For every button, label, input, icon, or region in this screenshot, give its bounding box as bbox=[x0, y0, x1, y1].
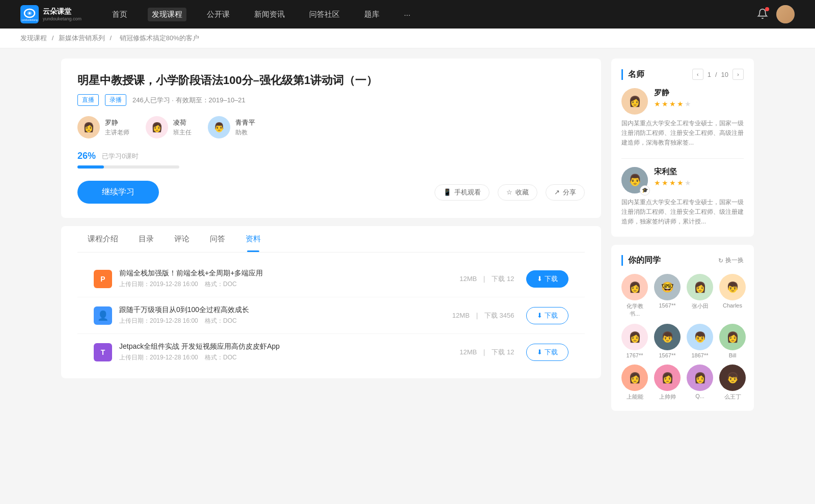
instructor-role-0: 主讲老师 bbox=[105, 128, 129, 137]
breadcrumb-sep-2: / bbox=[110, 34, 113, 42]
resource-item-0: P 前端全栈加强版！前端全栈+全周期+多端应用 上传日期：2019-12-28 … bbox=[77, 261, 585, 297]
classmate-avatar-6: 👦 bbox=[687, 324, 713, 350]
resource-meta-1: 上传日期：2019-12-28 16:00 格式：DOC bbox=[119, 317, 452, 325]
page-total: 10 bbox=[721, 71, 728, 78]
classmate-3: 👦 Charles bbox=[719, 274, 746, 318]
favorite-button[interactable]: ☆ 收藏 bbox=[498, 184, 537, 201]
nav-right bbox=[757, 5, 795, 23]
nav-item-quiz[interactable]: 题库 bbox=[360, 8, 384, 21]
continue-button[interactable]: 继续学习 bbox=[77, 181, 159, 204]
teacher-desc-0: 国内某重点大学安全工程专业硕士，国家一级注册消防工程师、注册安全工程师、高级注册… bbox=[621, 119, 744, 148]
resource-title-1: 跟随千万级项目从0到100全过程高效成长 bbox=[119, 305, 452, 315]
mobile-view-button[interactable]: 📱 手机观看 bbox=[434, 184, 490, 201]
nav-item-discover[interactable]: 发现课程 bbox=[148, 8, 186, 21]
tab-catalog[interactable]: 目录 bbox=[128, 226, 164, 252]
teacher-avatar-1: 👨 🎓 bbox=[621, 167, 648, 193]
instructor-role-1: 班主任 bbox=[173, 128, 192, 137]
notification-dot bbox=[765, 7, 769, 11]
classmate-name-2: 张小田 bbox=[692, 302, 709, 310]
classmates-card: 你的同学 ↻ 换一换 👩 化学教书... 🤓 1567** 👩 张小田 bbox=[611, 245, 754, 411]
classmate-name-3: Charles bbox=[723, 302, 742, 309]
resource-meta-2: 上传日期：2019-12-28 16:00 格式：DOC bbox=[119, 353, 459, 362]
classmate-avatar-2: 👩 bbox=[687, 274, 713, 300]
teachers-header: 名师 ‹ 1 / 10 › bbox=[621, 69, 744, 80]
teacher-stars-1: ★ ★ ★ ★ ★ bbox=[654, 179, 691, 187]
classmate-avatar-8: 👩 bbox=[621, 365, 648, 391]
progress-label: 已学习0课时 bbox=[102, 152, 139, 161]
breadcrumb-link-discover[interactable]: 发现课程 bbox=[20, 34, 47, 42]
resource-title-2: Jetpack全组件实战 开发短视频应用高仿皮皮虾App bbox=[119, 342, 459, 351]
tab-resource[interactable]: 资料 bbox=[235, 226, 271, 252]
download-button-1[interactable]: ⬇ 下载 bbox=[526, 307, 568, 324]
breadcrumb: 发现课程 / 新媒体营销系列 / 销冠修炼术搞定80%的客户 bbox=[0, 29, 815, 48]
teacher-divider bbox=[621, 158, 744, 159]
breadcrumb-current: 销冠修炼术搞定80%的客户 bbox=[120, 34, 199, 42]
instructor-name-0: 罗静 bbox=[105, 118, 129, 127]
classmate-0: 👩 化学教书... bbox=[621, 274, 648, 318]
resource-stats-2: 12MB ｜ 下载 12 bbox=[459, 348, 514, 357]
resource-item-1: 👤 跟随千万级项目从0到100全过程高效成长 上传日期：2019-12-28 1… bbox=[77, 297, 585, 334]
tab-intro[interactable]: 课程介绍 bbox=[77, 226, 128, 252]
classmate-name-1: 1567** bbox=[659, 302, 675, 309]
download-button-0[interactable]: ⬇ 下载 bbox=[526, 270, 568, 288]
breadcrumb-link-series[interactable]: 新媒体营销系列 bbox=[59, 34, 105, 42]
classmate-name-5: 1567** bbox=[659, 352, 675, 358]
course-actions: 继续学习 📱 手机观看 ☆ 收藏 ↗ 分享 bbox=[77, 181, 585, 204]
resource-info-2: Jetpack全组件实战 开发短视频应用高仿皮皮虾App 上传日期：2019-1… bbox=[119, 342, 459, 362]
share-button[interactable]: ↗ 分享 bbox=[546, 184, 585, 201]
resource-icon-0: P bbox=[94, 270, 112, 288]
badge-live: 直播 bbox=[77, 94, 99, 106]
course-meta: 直播 录播 246人已学习 · 有效期至：2019–10–21 bbox=[77, 94, 585, 106]
classmate-avatar-10: 👩 bbox=[687, 365, 713, 391]
page-next-btn[interactable]: › bbox=[732, 69, 744, 80]
user-avatar[interactable] bbox=[776, 5, 795, 23]
classmate-5: 👦 1567** bbox=[654, 324, 681, 358]
resource-item-2: T Jetpack全组件实战 开发短视频应用高仿皮皮虾App 上传日期：2019… bbox=[77, 334, 585, 370]
main-container: 明星中教授课，小学阶段语法100分–强化级第1讲动词（一） 直播 录播 246人… bbox=[41, 48, 774, 429]
badge-record: 录播 bbox=[105, 94, 126, 106]
course-stats: 246人已学习 · 有效期至：2019–10–21 bbox=[132, 96, 246, 105]
classmate-avatar-0: 👩 bbox=[621, 274, 648, 300]
classmate-avatar-1: 🤓 bbox=[654, 274, 681, 300]
nav-item-home[interactable]: 首页 bbox=[108, 8, 131, 21]
classmate-name-11: 么王丁 bbox=[724, 393, 741, 401]
instructor-name-2: 青青平 bbox=[235, 118, 255, 127]
teacher-avatar-0: 👩 bbox=[621, 88, 648, 115]
progress-section: 26% 已学习0课时 bbox=[77, 151, 585, 169]
classmate-name-6: 1867** bbox=[691, 352, 708, 358]
classmate-11: 👦 么王丁 bbox=[719, 365, 746, 401]
nav-item-qa[interactable]: 问答社区 bbox=[305, 8, 344, 21]
tab-qa[interactable]: 问答 bbox=[200, 226, 235, 252]
nav-item-news[interactable]: 新闻资讯 bbox=[250, 8, 289, 21]
page-current: 1 bbox=[708, 71, 711, 78]
classmate-avatar-9: 👩 bbox=[654, 365, 681, 391]
page-prev-btn[interactable]: ‹ bbox=[692, 69, 703, 80]
teachers-card: 名师 ‹ 1 / 10 › 👩 罗静 ★ ★ bbox=[611, 59, 754, 237]
teacher-item-0: 👩 罗静 ★ ★ ★ ★ ★ 国内某重点大学安全工程专业硕士，国家一级注册消防工… bbox=[621, 88, 744, 148]
classmates-grid: 👩 化学教书... 🤓 1567** 👩 张小田 👦 Charles 👩 bbox=[621, 274, 744, 401]
classmate-10: 👩 Q... bbox=[687, 365, 713, 401]
classmate-9: 👩 上帅帅 bbox=[654, 365, 681, 401]
progress-percent: 26% bbox=[77, 151, 96, 161]
classmate-avatar-5: 👦 bbox=[654, 324, 681, 350]
tab-review[interactable]: 评论 bbox=[164, 226, 200, 252]
nav-item-open[interactable]: 公开课 bbox=[203, 8, 234, 21]
refresh-button[interactable]: ↻ 换一换 bbox=[718, 256, 744, 265]
share-icon: ↗ bbox=[554, 188, 560, 196]
classmate-4: 👩 1767** bbox=[621, 324, 648, 358]
classmates-header: 你的同学 ↻ 换一换 bbox=[621, 255, 744, 266]
instructor-2: 👨 青青平 助教 bbox=[208, 116, 255, 138]
navigation: yunduoketang 云朵课堂 yundouketang.com 首页 发现… bbox=[0, 0, 815, 29]
star-icon: ☆ bbox=[506, 188, 512, 196]
resource-list: P 前端全栈加强版！前端全栈+全周期+多端应用 上传日期：2019-12-28 … bbox=[77, 253, 585, 378]
download-button-2[interactable]: ⬇ 下载 bbox=[526, 344, 568, 361]
classmate-name-0: 化学教书... bbox=[621, 302, 648, 318]
logo[interactable]: yunduoketang 云朵课堂 yundouketang.com bbox=[20, 5, 82, 23]
logo-name: 云朵课堂 bbox=[43, 7, 82, 16]
resource-meta-0: 上传日期：2019-12-28 16:00 格式：DOC bbox=[119, 280, 459, 289]
nav-item-more[interactable]: ··· bbox=[400, 8, 415, 21]
instructors: 👩 罗静 主讲老师 👩 凌荷 班主任 👨 青青平 bbox=[77, 116, 585, 138]
instructor-avatar-2: 👨 bbox=[208, 116, 230, 138]
resource-stats-0: 12MB ｜ 下载 12 bbox=[459, 274, 514, 284]
notification-bell[interactable] bbox=[757, 8, 768, 21]
